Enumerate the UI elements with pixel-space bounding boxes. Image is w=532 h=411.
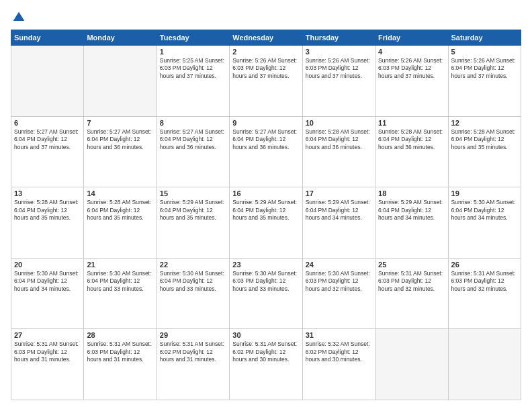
day-number: 18 <box>378 189 445 197</box>
page: SundayMondayTuesdayWednesdayThursdayFrid… <box>0 0 532 411</box>
day-cell: 21Sunrise: 5:30 AM Sunset: 6:04 PM Dayli… <box>84 258 157 329</box>
calendar-table: SundayMondayTuesdayWednesdayThursdayFrid… <box>11 30 521 400</box>
day-info: Sunrise: 5:31 AM Sunset: 6:03 PM Dayligh… <box>14 340 81 363</box>
day-cell <box>375 329 448 400</box>
day-info: Sunrise: 5:28 AM Sunset: 6:04 PM Dayligh… <box>306 128 372 151</box>
day-cell: 24Sunrise: 5:30 AM Sunset: 6:03 PM Dayli… <box>302 258 375 329</box>
day-cell <box>11 46 84 117</box>
day-cell: 18Sunrise: 5:29 AM Sunset: 6:04 PM Dayli… <box>375 187 448 259</box>
weekday-tuesday: Tuesday <box>157 30 229 46</box>
day-number: 21 <box>87 261 153 269</box>
week-row-3: 20Sunrise: 5:30 AM Sunset: 6:04 PM Dayli… <box>11 258 521 329</box>
weekday-monday: Monday <box>84 30 157 46</box>
weekday-wednesday: Wednesday <box>230 30 302 46</box>
day-number: 2 <box>232 48 299 56</box>
day-cell: 13Sunrise: 5:28 AM Sunset: 6:04 PM Dayli… <box>11 187 84 259</box>
day-info: Sunrise: 5:27 AM Sunset: 6:04 PM Dayligh… <box>160 128 226 151</box>
day-info: Sunrise: 5:26 AM Sunset: 6:03 PM Dayligh… <box>378 57 445 80</box>
day-cell: 31Sunrise: 5:32 AM Sunset: 6:02 PM Dayli… <box>302 329 375 400</box>
header <box>11 11 521 24</box>
day-info: Sunrise: 5:30 AM Sunset: 6:03 PM Dayligh… <box>306 270 372 293</box>
day-number: 13 <box>14 189 81 197</box>
day-number: 30 <box>232 331 299 339</box>
day-cell: 28Sunrise: 5:31 AM Sunset: 6:03 PM Dayli… <box>84 329 157 400</box>
day-info: Sunrise: 5:31 AM Sunset: 6:03 PM Dayligh… <box>451 270 518 293</box>
week-row-2: 13Sunrise: 5:28 AM Sunset: 6:04 PM Dayli… <box>11 187 521 259</box>
day-info: Sunrise: 5:26 AM Sunset: 6:04 PM Dayligh… <box>451 57 518 80</box>
day-cell: 16Sunrise: 5:29 AM Sunset: 6:04 PM Dayli… <box>230 187 302 259</box>
day-number: 10 <box>306 119 372 127</box>
day-cell: 11Sunrise: 5:28 AM Sunset: 6:04 PM Dayli… <box>375 116 448 187</box>
day-info: Sunrise: 5:27 AM Sunset: 6:04 PM Dayligh… <box>14 128 81 151</box>
day-number: 16 <box>232 189 299 197</box>
day-cell: 17Sunrise: 5:29 AM Sunset: 6:04 PM Dayli… <box>302 187 375 259</box>
day-cell: 1Sunrise: 5:25 AM Sunset: 6:03 PM Daylig… <box>157 46 229 117</box>
day-cell: 2Sunrise: 5:26 AM Sunset: 6:03 PM Daylig… <box>230 46 302 117</box>
day-number: 26 <box>451 261 518 269</box>
day-info: Sunrise: 5:28 AM Sunset: 6:04 PM Dayligh… <box>14 199 81 222</box>
day-info: Sunrise: 5:25 AM Sunset: 6:03 PM Dayligh… <box>160 57 226 80</box>
day-number: 20 <box>14 261 81 269</box>
day-number: 15 <box>160 189 226 197</box>
day-cell: 26Sunrise: 5:31 AM Sunset: 6:03 PM Dayli… <box>448 258 521 329</box>
day-info: Sunrise: 5:29 AM Sunset: 6:04 PM Dayligh… <box>232 199 299 222</box>
day-cell: 7Sunrise: 5:27 AM Sunset: 6:04 PM Daylig… <box>84 116 157 187</box>
logo-icon <box>12 11 26 24</box>
day-number: 24 <box>306 261 372 269</box>
weekday-sunday: Sunday <box>11 30 84 46</box>
day-number: 17 <box>306 189 372 197</box>
day-number: 29 <box>160 331 226 339</box>
day-number: 11 <box>378 119 445 127</box>
day-cell: 27Sunrise: 5:31 AM Sunset: 6:03 PM Dayli… <box>11 329 84 400</box>
day-cell: 30Sunrise: 5:31 AM Sunset: 6:02 PM Dayli… <box>230 329 302 400</box>
day-info: Sunrise: 5:29 AM Sunset: 6:04 PM Dayligh… <box>160 199 226 222</box>
day-cell: 25Sunrise: 5:31 AM Sunset: 6:03 PM Dayli… <box>375 258 448 329</box>
day-info: Sunrise: 5:31 AM Sunset: 6:03 PM Dayligh… <box>378 270 445 293</box>
day-info: Sunrise: 5:31 AM Sunset: 6:02 PM Dayligh… <box>160 340 226 363</box>
week-row-1: 6Sunrise: 5:27 AM Sunset: 6:04 PM Daylig… <box>11 116 521 187</box>
day-number: 23 <box>232 261 299 269</box>
svg-marker-0 <box>13 12 25 21</box>
day-number: 25 <box>378 261 445 269</box>
day-cell: 19Sunrise: 5:30 AM Sunset: 6:04 PM Dayli… <box>448 187 521 259</box>
day-cell: 3Sunrise: 5:26 AM Sunset: 6:03 PM Daylig… <box>302 46 375 117</box>
day-info: Sunrise: 5:30 AM Sunset: 6:04 PM Dayligh… <box>160 270 226 293</box>
day-cell: 4Sunrise: 5:26 AM Sunset: 6:03 PM Daylig… <box>375 46 448 117</box>
day-info: Sunrise: 5:30 AM Sunset: 6:03 PM Dayligh… <box>232 270 299 293</box>
day-cell: 5Sunrise: 5:26 AM Sunset: 6:04 PM Daylig… <box>448 46 521 117</box>
day-info: Sunrise: 5:32 AM Sunset: 6:02 PM Dayligh… <box>306 340 372 363</box>
day-cell: 20Sunrise: 5:30 AM Sunset: 6:04 PM Dayli… <box>11 258 84 329</box>
day-info: Sunrise: 5:30 AM Sunset: 6:04 PM Dayligh… <box>14 270 81 293</box>
day-cell: 6Sunrise: 5:27 AM Sunset: 6:04 PM Daylig… <box>11 116 84 187</box>
week-row-4: 27Sunrise: 5:31 AM Sunset: 6:03 PM Dayli… <box>11 329 521 400</box>
weekday-header-row: SundayMondayTuesdayWednesdayThursdayFrid… <box>11 30 521 46</box>
day-cell: 23Sunrise: 5:30 AM Sunset: 6:03 PM Dayli… <box>230 258 302 329</box>
day-info: Sunrise: 5:26 AM Sunset: 6:03 PM Dayligh… <box>306 57 372 80</box>
day-info: Sunrise: 5:27 AM Sunset: 6:04 PM Dayligh… <box>87 128 153 151</box>
day-info: Sunrise: 5:28 AM Sunset: 6:04 PM Dayligh… <box>378 128 445 151</box>
day-cell: 14Sunrise: 5:28 AM Sunset: 6:04 PM Dayli… <box>84 187 157 259</box>
day-cell: 29Sunrise: 5:31 AM Sunset: 6:02 PM Dayli… <box>157 329 229 400</box>
day-number: 31 <box>306 331 372 339</box>
day-info: Sunrise: 5:30 AM Sunset: 6:04 PM Dayligh… <box>87 270 153 293</box>
day-info: Sunrise: 5:29 AM Sunset: 6:04 PM Dayligh… <box>378 199 445 222</box>
day-cell <box>448 329 521 400</box>
day-number: 22 <box>160 261 226 269</box>
day-info: Sunrise: 5:29 AM Sunset: 6:04 PM Dayligh… <box>306 199 372 222</box>
day-number: 3 <box>306 48 372 56</box>
day-number: 4 <box>378 48 445 56</box>
weekday-saturday: Saturday <box>448 30 521 46</box>
day-number: 6 <box>14 119 81 127</box>
day-info: Sunrise: 5:26 AM Sunset: 6:03 PM Dayligh… <box>232 57 299 80</box>
day-info: Sunrise: 5:30 AM Sunset: 6:04 PM Dayligh… <box>451 199 518 222</box>
day-cell: 12Sunrise: 5:28 AM Sunset: 6:04 PM Dayli… <box>448 116 521 187</box>
day-info: Sunrise: 5:31 AM Sunset: 6:02 PM Dayligh… <box>232 340 299 363</box>
day-number: 14 <box>87 189 153 197</box>
day-number: 7 <box>87 119 153 127</box>
day-number: 27 <box>14 331 81 339</box>
weekday-friday: Friday <box>375 30 448 46</box>
day-number: 5 <box>451 48 518 56</box>
week-row-0: 1Sunrise: 5:25 AM Sunset: 6:03 PM Daylig… <box>11 46 521 117</box>
day-cell: 9Sunrise: 5:27 AM Sunset: 6:04 PM Daylig… <box>230 116 302 187</box>
day-number: 19 <box>451 189 518 197</box>
